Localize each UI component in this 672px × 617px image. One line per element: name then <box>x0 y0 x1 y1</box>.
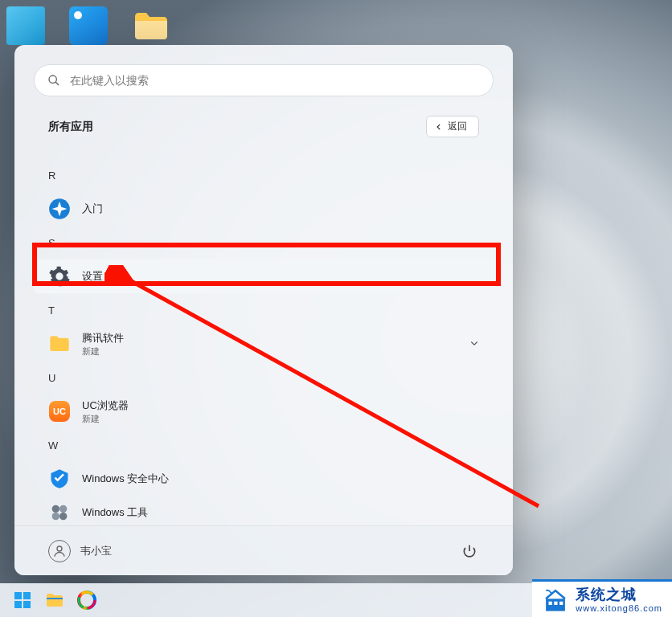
section-header-s[interactable]: S <box>34 226 494 259</box>
section-header-t[interactable]: T <box>34 293 494 327</box>
taskbar-browser[interactable] <box>71 586 103 615</box>
compass-icon <box>48 198 71 220</box>
app-item-getting-started[interactable]: 入门 <box>34 192 494 226</box>
svg-point-3 <box>52 505 59 513</box>
svg-point-4 <box>59 505 67 513</box>
svg-rect-20 <box>555 602 558 605</box>
app-item-label: 设置 <box>82 269 479 284</box>
back-button-label: 返回 <box>448 120 467 133</box>
svg-rect-19 <box>549 602 552 605</box>
app-item-label: 腾讯软件 新建 <box>82 331 469 358</box>
svg-point-5 <box>52 513 59 520</box>
svg-line-1 <box>55 82 59 85</box>
power-icon <box>461 543 477 559</box>
svg-rect-12 <box>23 601 31 608</box>
chevron-left-icon <box>435 123 443 131</box>
svg-rect-10 <box>23 592 31 599</box>
back-button[interactable]: 返回 <box>426 116 479 137</box>
watermark: 系统之城 www.xitong86.com <box>532 579 672 617</box>
user-name: 韦小宝 <box>80 544 112 558</box>
gear-icon <box>48 265 71 288</box>
app-item-partial[interactable]: 新建 <box>34 144 494 158</box>
svg-rect-13 <box>47 598 63 599</box>
folder-icon <box>48 333 71 355</box>
search-bar[interactable] <box>34 64 494 96</box>
search-input[interactable] <box>70 74 480 87</box>
app-item-uc-browser[interactable]: UC UC浏览器 新建 <box>34 394 494 428</box>
app-item-windows-security[interactable]: Windows 安全中心 <box>34 462 494 496</box>
search-icon <box>47 74 60 87</box>
app-item-tencent[interactable]: 腾讯软件 新建 <box>34 327 494 361</box>
svg-rect-21 <box>559 602 563 605</box>
watermark-url: www.xitong86.com <box>576 603 662 613</box>
dash-icon <box>48 144 71 152</box>
tools-icon <box>48 501 71 524</box>
desktop-icons <box>6 6 170 45</box>
app-item-label: 入门 <box>82 202 479 216</box>
svg-rect-9 <box>14 592 22 599</box>
svg-point-0 <box>49 76 56 83</box>
avatar-icon <box>48 540 71 562</box>
svg-rect-11 <box>14 601 22 608</box>
menu-footer: 韦小宝 <box>14 525 513 575</box>
watermark-title: 系统之城 <box>576 587 662 603</box>
uc-icon: UC <box>48 400 71 423</box>
section-header-w[interactable]: W <box>34 428 494 462</box>
app-item-label: Windows 安全中心 <box>82 472 479 486</box>
desktop-icon-widget[interactable] <box>6 6 45 45</box>
app-item-label: Windows 工具 <box>82 505 479 520</box>
chevron-down-icon <box>469 338 479 350</box>
taskbar-explorer[interactable] <box>39 586 71 615</box>
section-header-r[interactable]: R <box>34 158 494 192</box>
app-list[interactable]: 新建 R 入门 S 设置 T 腾讯软件 <box>14 144 513 525</box>
app-item-label: UC浏览器 新建 <box>82 398 479 425</box>
shield-icon <box>48 468 71 490</box>
desktop-icon-folder[interactable] <box>132 6 170 45</box>
desktop-icon-control-panel[interactable] <box>69 6 108 45</box>
taskbar-start-button[interactable] <box>6 586 39 615</box>
app-item-settings[interactable]: 设置 <box>34 259 494 293</box>
svg-point-7 <box>57 546 62 551</box>
watermark-logo-icon <box>542 586 569 614</box>
section-header-u[interactable]: U <box>34 361 494 394</box>
power-button[interactable] <box>460 541 479 561</box>
svg-point-6 <box>59 513 67 520</box>
start-menu: 所有应用 返回 新建 R 入门 S 设置 <box>14 45 513 575</box>
app-item-windows-tools[interactable]: Windows 工具 <box>34 496 494 525</box>
apps-header: 所有应用 返回 <box>14 106 513 144</box>
user-account-button[interactable]: 韦小宝 <box>48 540 112 562</box>
all-apps-title: 所有应用 <box>48 120 93 134</box>
